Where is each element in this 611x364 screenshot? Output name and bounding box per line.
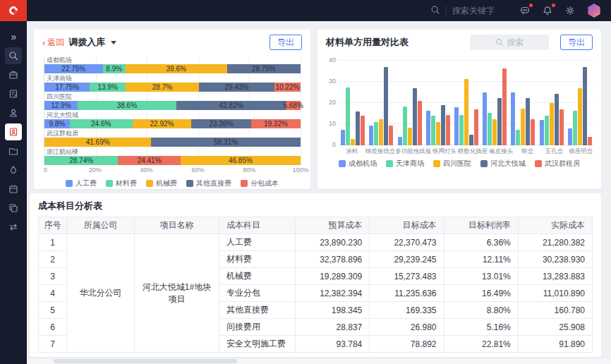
legend-label: 四川医院 <box>443 159 471 169</box>
cell-project: 河北大悦城1#地块项目 <box>135 234 219 353</box>
legend-label: 武汉群租房 <box>545 159 580 169</box>
category-label: 武汉群租房 <box>44 130 301 138</box>
bar-group <box>509 56 537 145</box>
cell-no: 6 <box>39 319 67 336</box>
legend-item[interactable]: 材料费 <box>106 178 137 188</box>
x-tick-label: 80% <box>243 166 255 174</box>
bar-segment: 41.69% <box>44 138 151 147</box>
legend-label: 材料费 <box>116 178 137 188</box>
bar <box>550 103 554 145</box>
cell-budget: 32,378.896 <box>296 251 370 268</box>
category-label: 成都机场 <box>44 56 301 64</box>
bar <box>511 92 515 145</box>
bar-segment: 28.74% <box>44 156 118 165</box>
bar-group <box>367 56 395 145</box>
legend-swatch <box>433 160 440 167</box>
cell-no: 5 <box>39 302 67 319</box>
sidebar-item-search[interactable] <box>5 47 22 64</box>
material-chart-title: 材料单方用量对比表 <box>326 36 409 49</box>
sidebar-item-user-stamp[interactable] <box>5 104 22 121</box>
sidebar-item-drop[interactable] <box>5 162 22 178</box>
chat-icon[interactable] <box>519 5 531 16</box>
legend-item[interactable]: 成都机场 <box>339 159 377 169</box>
legend-item[interactable]: 机械费 <box>146 178 177 188</box>
logo-c-icon <box>8 5 20 17</box>
bar-segment: 42.82% <box>176 101 286 110</box>
cell-margin: 5.16% <box>444 319 518 336</box>
x-tick-label: 40% <box>140 166 153 174</box>
cell-margin: 6.36% <box>444 234 518 251</box>
legend-item[interactable]: 四川医院 <box>433 159 471 169</box>
gear-icon[interactable] <box>564 5 576 16</box>
bar <box>526 98 530 146</box>
sidebar-item-building[interactable] <box>5 66 22 83</box>
bar <box>516 130 520 146</box>
material-search-input[interactable]: 搜索 <box>470 35 549 50</box>
scrollbar-thumb[interactable] <box>54 359 237 363</box>
stacked-chart-x-axis: 020%40%60%80%100% <box>44 166 301 176</box>
y-tick-label: 10 <box>323 120 336 127</box>
page-title: 调拨入库 <box>68 36 105 49</box>
stacked-bar-row: 武汉群租房41.69%58.31% <box>44 130 301 147</box>
global-search[interactable]: 搜索关键字 <box>430 5 495 17</box>
notification-dot <box>552 4 555 7</box>
column-header: 目标利润率 <box>444 217 518 234</box>
bar-segment: 46.85% <box>181 156 301 165</box>
cell-no: 2 <box>39 251 67 268</box>
bar-segment: 8.9% <box>103 64 126 73</box>
legend-item[interactable]: 其他直接费 <box>186 178 231 188</box>
legend-label: 分包成本 <box>250 178 279 188</box>
cell-subject: 材料费 <box>219 251 296 268</box>
cell-no: 4 <box>39 285 67 302</box>
bar-segment: 39.6% <box>126 64 227 73</box>
cell-no: 1 <box>39 234 67 251</box>
bar-group <box>339 56 367 145</box>
horizontal-scrollbar[interactable] <box>27 358 611 364</box>
y-tick-label: 40 <box>323 56 336 63</box>
stacked-bar: 28.74%24.41%46.85% <box>44 156 301 165</box>
sidebar-item-calendar[interactable] <box>5 181 22 198</box>
bar <box>426 111 430 146</box>
legend-item[interactable]: 天津商场 <box>386 159 424 169</box>
sidebar-item-copy[interactable] <box>5 200 22 217</box>
stacked-bar: 22.75%8.9%39.6%28.75% <box>44 64 301 73</box>
bar <box>436 122 440 145</box>
export-button-left[interactable]: 导出 <box>270 35 302 50</box>
chevron-down-icon[interactable] <box>111 41 116 44</box>
bar <box>545 116 549 145</box>
legend-label: 河北大悦城 <box>490 159 526 169</box>
stacked-bar: 17.75%13.9%28.7%29.43%10.22% <box>44 83 301 92</box>
stacked-bar: 41.69%58.31% <box>44 138 301 147</box>
bar <box>483 92 487 145</box>
column-header: 实际成本 <box>518 217 592 234</box>
bar <box>464 79 468 146</box>
bell-icon[interactable] <box>542 5 553 16</box>
bar <box>502 68 507 146</box>
legend-swatch <box>241 180 248 187</box>
cell-no: 7 <box>39 336 67 353</box>
avatar[interactable] <box>587 4 601 18</box>
legend-item[interactable]: 分包成本 <box>241 178 279 188</box>
legend-item[interactable]: 武汉群租房 <box>535 159 580 169</box>
bar <box>492 119 497 146</box>
legend-label: 天津商场 <box>396 159 424 169</box>
legend-item[interactable]: 人工费 <box>66 178 97 188</box>
sidebar-item-clipboard-edit[interactable] <box>5 85 22 102</box>
export-button-right[interactable]: 导出 <box>560 35 593 50</box>
legend-item[interactable]: 河北大悦城 <box>480 159 526 169</box>
sidebar-item-transfer[interactable] <box>5 219 22 236</box>
stacked-bar-row: 四川医院12.9%38.6%42.82%5.68% <box>44 93 301 110</box>
back-link[interactable]: ‹ 返回 <box>42 37 64 49</box>
cell-actual: 21,280.382 <box>518 234 592 251</box>
bar <box>374 122 378 145</box>
bar-group <box>480 56 509 145</box>
sidebar-item-folder[interactable] <box>5 142 22 159</box>
bar <box>488 113 492 146</box>
main-content: ‹ 返回 调拨入库 导出 成都机场22.75%8.9%39.6%28.75%天津… <box>27 21 611 364</box>
cell-actual: 91.890 <box>518 336 592 353</box>
app-logo[interactable] <box>0 0 27 21</box>
sidebar-item-expand[interactable]: » <box>5 28 22 45</box>
x-category-label: 五孔盒 <box>541 147 568 156</box>
column-header: 预算成本 <box>296 217 370 234</box>
sidebar-item-material-clipboard[interactable] <box>5 123 22 140</box>
